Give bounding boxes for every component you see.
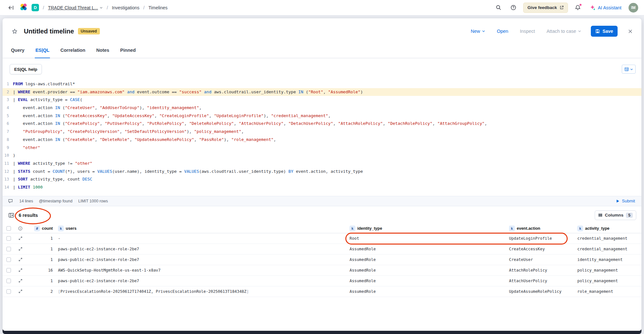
cell-identity-type: AssumedRole [347,279,506,283]
chevron-down-icon [482,30,485,33]
ai-assistant-label: AI Assistant [598,5,621,10]
code-text: event.action IN ("CreatePolicy", "PutUse… [13,120,487,128]
column-header-event-action[interactable]: kevent.action [506,226,575,231]
line-number: 3 [3,96,13,104]
tab-correlation[interactable]: Correlation [60,48,86,58]
inspect-button[interactable]: Inspect [518,28,537,34]
line-number: 6 [3,120,13,128]
tab-query[interactable]: Query [10,48,25,58]
tab-pinned[interactable]: Pinned [120,48,136,58]
submit-query-button[interactable]: Submit [614,198,637,204]
new-timeline-button[interactable]: New [469,28,487,34]
breadcrumb-separator: / [43,5,44,10]
cell-count: 1 [26,279,55,283]
columns-count-badge: 5 [626,213,633,218]
expand-icon [18,268,23,272]
code-line-8: 8 event.action IN ("CreateRole", "Delete… [3,136,641,144]
line-number: 1 [3,80,13,88]
esql-editor[interactable]: 1FROM logs-aws.cloudtrail*2| WHERE event… [3,79,641,196]
code-text: "PutGroupPolicy", "CreatePolicyVersion",… [13,128,244,136]
tab-notes[interactable]: Notes [96,48,110,58]
row-checkbox[interactable] [6,257,11,262]
status-text: 14 lines [19,199,33,203]
select-all-checkbox-cell [3,226,15,231]
cell-event-action: CreateUser [506,257,575,262]
close-flyout-button[interactable] [625,26,635,36]
cell-identity-type: Root [347,236,506,241]
tab-es-ql[interactable]: ES|QL [35,48,50,58]
code-text: | SORT activity_type, count DESC [13,175,92,183]
row-checkbox[interactable] [6,236,11,241]
editor-feedback-button[interactable] [7,198,14,204]
row-checkbox[interactable] [6,268,11,273]
row-checkbox[interactable] [6,279,11,283]
cell-activity-type: policy_management [575,279,641,283]
row-expand-cell [15,246,26,252]
column-header-label: users [66,226,76,231]
search-button[interactable] [494,3,503,13]
cell-activity-type: credential_management [575,247,641,251]
breadcrumb-timelines[interactable]: Timelines [149,5,168,10]
line-number: 13 [3,175,13,183]
results-view-toggle-button[interactable] [8,212,15,219]
esql-help-button[interactable]: ES|QL help [10,64,42,74]
line-number: 14 [3,183,13,191]
row-checkbox[interactable] [6,289,11,294]
expand-row-button[interactable] [17,235,24,242]
table-display-icon [624,67,629,71]
editor-display-options-button[interactable] [622,65,636,74]
expand-row-button[interactable] [17,267,24,274]
line-number: 9 [3,144,13,152]
column-header-count[interactable]: #count [26,226,55,231]
code-text: ) [13,152,15,160]
line-number: 2 [3,88,13,96]
code-text: | WHERE activity_type != "other" [13,160,92,168]
column-header-activity-type[interactable]: kactivity_type [575,226,641,231]
row-checkbox-cell [3,247,15,251]
timeline-title[interactable]: Untitled timeline [24,28,74,35]
new-timeline-label: New [471,29,480,34]
ai-assistant-button[interactable]: AI Assistant [588,5,623,11]
cell-count: 1 [26,247,55,251]
row-expand-cell [15,235,26,242]
chevron-down-icon [578,30,581,33]
row-checkbox[interactable] [6,247,11,251]
code-line-1: 1FROM logs-aws.cloudtrail* [3,80,641,88]
breadcrumb-investigations[interactable]: Investigations [112,5,139,10]
cell-identity-type: AssumedRole [347,289,506,294]
user-avatar[interactable]: IM [629,3,638,13]
columns-label: Columns [605,213,624,218]
breadcrumb-project-link[interactable]: TRADE Cloud Threat L... [48,5,103,10]
save-icon [595,29,600,33]
column-header-users[interactable]: kusers [55,226,347,231]
cell-identity-type: AssumedRole [347,268,506,273]
favorite-timeline-button[interactable] [10,26,19,36]
deployment-badge[interactable]: D [32,4,39,11]
open-timeline-label: Open [497,29,508,34]
give-feedback-button[interactable]: Give feedback [523,3,568,13]
expand-row-button[interactable] [17,246,24,252]
help-icon [511,5,516,10]
cell-users: paws-public-ec2-instance-role-2be7 [55,257,347,262]
code-text: "other" [13,144,40,152]
collapse-nav-button[interactable] [6,3,15,13]
breadcrumb-separator: / [107,5,108,10]
field-type-token: k [350,226,355,231]
row-actions-header-cell [15,226,26,231]
line-number: 12 [3,168,13,176]
attach-to-case-button[interactable]: Attach to case [544,28,583,34]
save-button[interactable]: Save [591,26,618,37]
select-all-checkbox[interactable] [6,226,11,231]
expand-row-button[interactable] [17,278,24,284]
chevron-down-icon [630,68,633,71]
open-timeline-button[interactable]: Open [495,28,510,34]
cell-users: paws-public-ec2-instance-role-2be7 [55,279,347,283]
timeline-header: Untitled timeline Unsaved New Open Inspe… [3,18,641,39]
help-button[interactable] [508,3,518,13]
expand-row-button[interactable] [17,288,24,295]
columns-button[interactable]: Columns 5 [595,210,636,220]
timeline-flyout: Untitled timeline Unsaved New Open Inspe… [3,18,641,331]
line-number: 10 [3,152,13,160]
column-header-identity-type[interactable]: kidentity_type [347,226,506,231]
expand-row-button[interactable] [17,256,24,263]
